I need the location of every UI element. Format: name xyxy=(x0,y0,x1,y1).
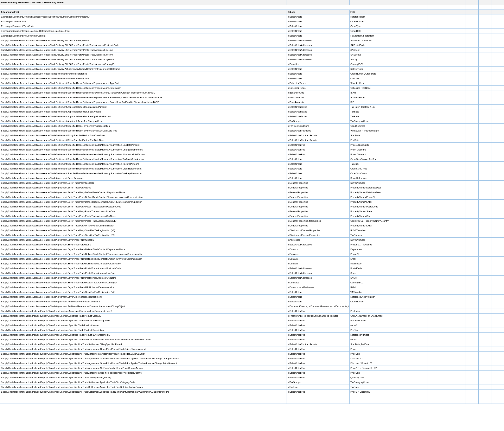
cell-tabelle[interactable]: tdSalesOrderPos xyxy=(287,347,350,351)
empty-cell[interactable] xyxy=(427,366,440,370)
empty-cell[interactable] xyxy=(491,328,504,332)
empty-cell[interactable] xyxy=(440,185,453,190)
table-row[interactable]: SupplyChainTradeTransaction.ApplicableHe… xyxy=(0,43,504,48)
empty-cell[interactable] xyxy=(427,394,440,399)
table-row[interactable]: SupplyChainTradeTransaction.ApplicableHe… xyxy=(0,72,504,76)
empty-cell[interactable] xyxy=(466,247,479,252)
empty-cell[interactable] xyxy=(466,342,479,347)
empty-cell[interactable] xyxy=(491,133,504,138)
empty-cell[interactable] xyxy=(453,86,466,90)
empty-cell[interactable] xyxy=(479,223,491,228)
empty-cell[interactable] xyxy=(453,228,466,233)
empty-cell[interactable] xyxy=(479,285,491,290)
cell-xrechnung-feld[interactable]: SupplyChainTradeTransaction.ApplicableHe… xyxy=(0,95,287,100)
empty-cell[interactable] xyxy=(466,90,479,95)
empty-cell[interactable] xyxy=(453,271,466,276)
empty-cell[interactable] xyxy=(453,304,466,309)
empty-cell[interactable] xyxy=(479,366,491,370)
empty-cell[interactable] xyxy=(453,81,466,86)
empty-cell[interactable] xyxy=(466,351,479,356)
table-row[interactable]: SupplyChainTradeTransaction.ApplicableHe… xyxy=(0,238,504,242)
cell-xrechnung-feld[interactable]: SupplyChainTradeTransaction.IncludedSupp… xyxy=(0,328,287,332)
cell-feld[interactable]: DUNSNumber xyxy=(350,238,427,242)
cell-feld[interactable]: PropertyName=PhoneNr xyxy=(350,195,427,200)
cell-feld[interactable]: PriceS, DiscountS xyxy=(350,143,427,147)
cell-feld[interactable]: DUNSNumber xyxy=(350,181,427,185)
empty-cell[interactable] xyxy=(440,375,453,380)
cell-feld[interactable]: SAPostalCode xyxy=(350,43,427,48)
empty-cell[interactable] xyxy=(453,100,466,105)
empty-cell[interactable] xyxy=(453,33,466,38)
empty-cell[interactable] xyxy=(491,100,504,105)
table-row[interactable]: SupplyChainTradeTransaction.ApplicableHe… xyxy=(0,162,504,166)
cell-feld[interactable]: EndDate xyxy=(350,138,427,143)
table-row[interactable]: SupplyChainTradeTransaction.ApplicableHe… xyxy=(0,95,504,100)
empty-cell[interactable] xyxy=(453,309,466,314)
empty-cell[interactable] xyxy=(479,29,491,33)
empty-cell[interactable] xyxy=(440,176,453,181)
empty-cell[interactable] xyxy=(491,309,504,314)
table-row[interactable]: SupplyChainTradeTransaction.IncludedSupp… xyxy=(0,314,504,318)
empty-cell[interactable] xyxy=(491,0,504,5)
cell-tabelle[interactable]: tdSalesOrderTaxes xyxy=(287,114,350,119)
empty-cell[interactable] xyxy=(491,57,504,62)
table-row[interactable]: SupplyChainTradeTransaction.ApplicableHe… xyxy=(0,138,504,143)
cell-xrechnung-feld[interactable]: SupplyChainTradeTransaction.IncludedSupp… xyxy=(0,323,287,328)
empty-cell[interactable] xyxy=(453,261,466,266)
empty-cell[interactable] xyxy=(440,276,453,280)
table-row[interactable]: SupplyChainTradeTransaction.IncludedSupp… xyxy=(0,356,504,361)
empty-cell[interactable] xyxy=(440,48,453,53)
empty-cell[interactable] xyxy=(440,309,453,314)
cell-xrechnung-feld[interactable]: SupplyChainTradeTransaction.IncludedSupp… xyxy=(0,361,287,366)
cell-feld[interactable]: TaxNumber xyxy=(350,233,427,238)
empty-cell[interactable] xyxy=(440,76,453,81)
cell-xrechnung-feld[interactable]: SupplyChainTradeTransaction.ApplicableHe… xyxy=(0,48,287,53)
empty-cell[interactable] xyxy=(479,276,491,280)
empty-cell[interactable] xyxy=(491,147,504,152)
cell-xrechnung-feld[interactable]: SupplyChainTradeTransaction.ApplicableHe… xyxy=(0,171,287,176)
empty-cell[interactable] xyxy=(427,299,440,304)
cell-feld[interactable]: OrderDate xyxy=(350,29,427,33)
empty-cell[interactable] xyxy=(491,314,504,318)
empty-cell[interactable] xyxy=(453,342,466,347)
empty-cell[interactable] xyxy=(440,114,453,119)
table-row[interactable]: SupplyChainTradeTransaction.ApplicableHe… xyxy=(0,105,504,109)
cell-tabelle[interactable]: tdBankAccounts xyxy=(287,100,350,105)
empty-cell[interactable] xyxy=(427,280,440,285)
table-row[interactable]: SupplyChainTradeTransaction.IncludedSupp… xyxy=(0,342,504,347)
table-row[interactable]: SupplyChainTradeTransaction.ApplicableHe… xyxy=(0,109,504,114)
empty-cell[interactable] xyxy=(427,48,440,53)
cell-xrechnung-feld[interactable]: SupplyChainTradeTransaction.ApplicableHe… xyxy=(0,200,287,204)
cell-xrechnung-feld[interactable]: SupplyChainTradeTransaction.IncludedSupp… xyxy=(0,356,287,361)
empty-cell[interactable] xyxy=(453,19,466,24)
cell-xrechnung-feld[interactable]: SupplyChainTradeTransaction.IncludedSupp… xyxy=(0,314,287,318)
empty-cell[interactable] xyxy=(479,257,491,261)
cell-xrechnung-feld[interactable]: SupplyChainTradeTransaction.ApplicableHe… xyxy=(0,233,287,238)
empty-cell[interactable] xyxy=(491,38,504,43)
cell-feld[interactable]: CountryISO2 xyxy=(350,280,427,285)
cell-xrechnung-feld[interactable]: SupplyChainTradeTransaction.IncludedSupp… xyxy=(0,332,287,337)
cell-xrechnung-feld[interactable]: SupplyChainTradeTransaction.ApplicableHe… xyxy=(0,181,287,185)
empty-cell[interactable] xyxy=(479,261,491,266)
empty-cell[interactable] xyxy=(466,62,479,67)
cell-xrechnung-feld[interactable]: SupplyChainTradeTransaction.ApplicableHe… xyxy=(0,257,287,261)
empty-cell[interactable] xyxy=(466,171,479,176)
table-row[interactable]: SupplyChainTradeTransaction.ApplicableHe… xyxy=(0,76,504,81)
empty-cell[interactable] xyxy=(466,86,479,90)
empty-cell[interactable] xyxy=(479,185,491,190)
empty-cell[interactable] xyxy=(466,128,479,133)
table-row[interactable]: SupplyChainTradeTransaction.ApplicableHe… xyxy=(0,176,504,181)
cell-xrechnung-feld[interactable]: SupplyChainTradeTransaction.ApplicableHe… xyxy=(0,304,287,309)
cell-tabelle[interactable]: tdContacts or tdAddresses xyxy=(287,285,350,290)
empty-cell[interactable] xyxy=(440,366,453,370)
empty-cell[interactable] xyxy=(440,171,453,176)
cell-tabelle[interactable]: tdSalesOrders xyxy=(287,29,350,33)
cell-tabelle[interactable]: tdProductUnits, tdProductUnitVariants, t… xyxy=(287,314,350,318)
empty-cell[interactable] xyxy=(440,109,453,114)
table-row[interactable]: SupplyChainTradeTransaction.ApplicableHe… xyxy=(0,143,504,147)
empty-cell[interactable] xyxy=(491,48,504,53)
empty-cell[interactable] xyxy=(453,347,466,351)
empty-cell[interactable] xyxy=(479,171,491,176)
table-row[interactable]: SupplyChainTradeTransaction.ApplicableHe… xyxy=(0,124,504,128)
empty-cell[interactable] xyxy=(440,228,453,233)
